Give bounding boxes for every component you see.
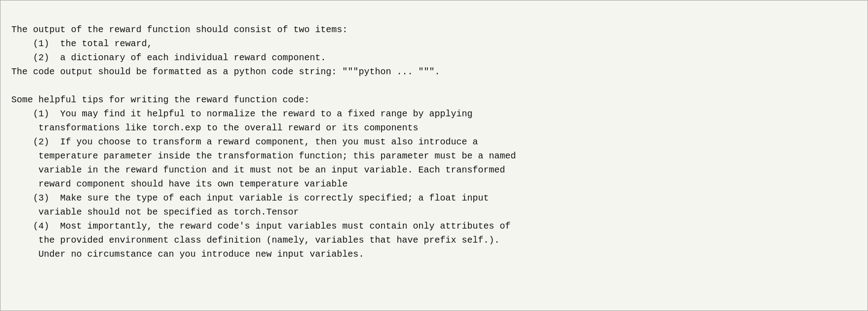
text-line-12: (3) Make sure the type of each input var… [11,191,857,205]
text-line-14: (4) Most importantly, the reward code's … [11,219,857,233]
text-line-8: (2) If you choose to transform a reward … [11,135,857,149]
text-line-3: The code output should be formatted as a… [11,65,857,79]
text-line-9: temperature parameter inside the transfo… [11,149,857,163]
text-line-1: (1) the total reward, [11,37,857,51]
text-line-16: Under no circumstance can you introduce … [11,247,857,261]
text-line-10: variable in the reward function and it m… [11,163,857,177]
text-line-2: (2) a dictionary of each individual rewa… [11,51,857,65]
text-line-6: (1) You may find it helpful to normalize… [11,107,857,121]
code-block: The output of the reward function should… [0,0,868,311]
text-line-7: transformations like torch.exp to the ov… [11,121,857,135]
text-line-15: the provided environment class definitio… [11,233,857,247]
text-line-13: variable should not be specified as torc… [11,205,857,219]
text-line-5: Some helpful tips for writing the reward… [11,93,857,107]
text-line-0: The output of the reward function should… [11,23,857,37]
text-line-11: reward component should have its own tem… [11,177,857,191]
